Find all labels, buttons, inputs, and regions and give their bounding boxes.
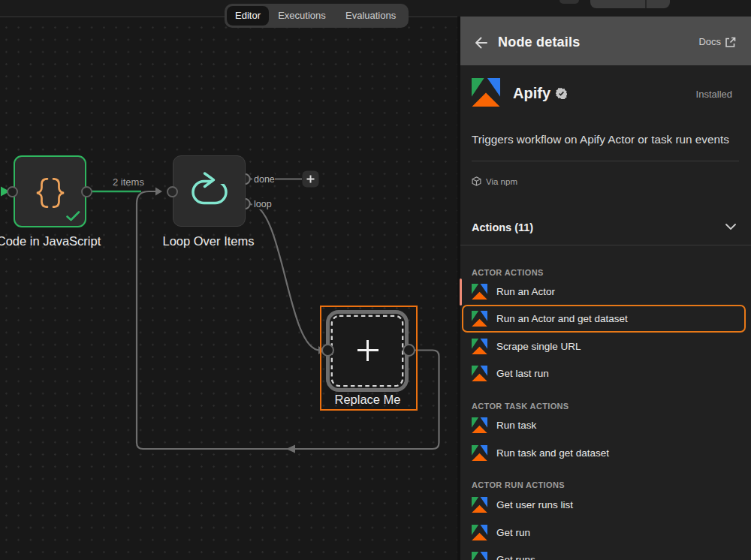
svg-text:2 items: 2 items (113, 176, 144, 188)
svg-text:loop: loop (254, 199, 272, 209)
svg-text:done: done (254, 174, 275, 185)
